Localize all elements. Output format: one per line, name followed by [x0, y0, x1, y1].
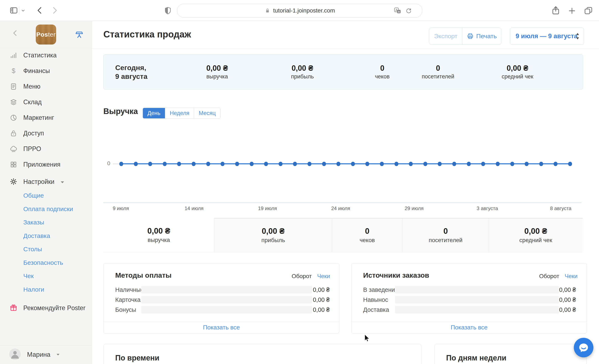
layers-icon	[9, 98, 18, 106]
chart-point	[423, 162, 427, 166]
chevron-down-icon[interactable]	[21, 8, 25, 13]
sidebar-subitem-subscription[interactable]: Оплата подписки	[0, 202, 91, 216]
x-tick: 14 июля	[185, 205, 203, 211]
sidebar-subitem-taxes[interactable]: Налоги	[0, 283, 91, 296]
printer-icon	[467, 33, 474, 40]
poster-logo[interactable]: Poster	[36, 25, 56, 44]
toggle-receipts[interactable]: Чеки	[317, 273, 330, 280]
chart-point	[119, 162, 123, 166]
chart-point	[250, 162, 254, 166]
x-axis-line	[103, 203, 581, 203]
shield-icon[interactable]	[163, 6, 172, 15]
svg-text:a: a	[398, 10, 400, 13]
sidebar-subitem-tables[interactable]: Столы	[0, 242, 91, 256]
address-bar[interactable]: tutorial-1.joinposter.com Aa	[177, 4, 423, 18]
row-bar	[395, 286, 559, 293]
by-weekday-title: По дням недели	[446, 354, 506, 362]
forward-icon[interactable]	[50, 6, 59, 15]
tab-month[interactable]: Месяц	[194, 108, 220, 118]
sidebar-item-statistics[interactable]: Статистика	[0, 47, 91, 63]
sidebar-subitem-receipt[interactable]: Чек	[0, 269, 91, 283]
translate-icon[interactable]: Aa	[394, 7, 401, 15]
sidebar-item-finance[interactable]: $ Финансы	[0, 63, 91, 79]
sidebar-item-settings[interactable]: Настройки	[0, 174, 91, 189]
period-stat-avg-receipt[interactable]: 0,00 ₴средний чек	[489, 218, 582, 252]
period-stat-revenue[interactable]: 0,00 ₴выручка	[103, 218, 214, 252]
user-name: Марина	[27, 351, 50, 358]
payment-methods-card: Методы оплаты Оборот Чеки Наличные 0,00 …	[103, 263, 339, 333]
toggle-turnover[interactable]: Оборот	[539, 273, 559, 280]
chart-point	[409, 162, 413, 166]
sidebar-item-recommend[interactable]: Рекомендуйте Poster	[0, 300, 91, 315]
sidebar-toggle-icon[interactable]	[9, 6, 18, 15]
sidebar-item-marketing[interactable]: Маркетинг	[0, 110, 91, 125]
page-title: Статистика продаж	[103, 29, 191, 40]
order-sources-title: Источники заказов	[363, 271, 429, 279]
cloud-icon	[9, 145, 18, 153]
date-range-select[interactable]: 9 июля — 9 августа	[510, 28, 584, 45]
stepper-icon	[575, 32, 581, 40]
chart-point	[192, 162, 196, 166]
row-value: 0,00 ₴	[559, 296, 576, 303]
period-stats-row: 0,00 ₴выручка 0,00 ₴прибыль 0чеков 0посе…	[103, 218, 582, 252]
tab-day[interactable]: День	[143, 108, 165, 118]
chart-point	[148, 162, 152, 166]
period-stat-visitors[interactable]: 0посетителей	[402, 218, 489, 252]
print-button[interactable]: Печать	[462, 28, 501, 44]
chart-series-line	[121, 163, 570, 164]
sidebar-item-applications[interactable]: Приложения	[0, 157, 91, 172]
chart-point	[467, 162, 471, 166]
show-all-link[interactable]: Показать все	[451, 324, 487, 331]
sidebar: Poster Статистика $ Финансы Меню Склад М…	[0, 21, 92, 364]
sidebar-item-menu[interactable]: Меню	[0, 79, 91, 94]
lock-icon	[264, 8, 271, 14]
toggle-receipts[interactable]: Чеки	[565, 273, 578, 280]
tab-week[interactable]: Неделя	[165, 108, 194, 118]
logo-text-light: ter	[48, 31, 56, 38]
toggle-turnover[interactable]: Оборот	[291, 273, 312, 280]
revenue-period-tabs: День Неделя Месяц	[143, 108, 220, 119]
chart-point	[539, 162, 543, 166]
chart-point	[177, 162, 181, 166]
row-label: Наличные	[115, 286, 144, 293]
row-bar	[395, 296, 559, 303]
collapse-sidebar-icon[interactable]	[11, 29, 19, 37]
user-menu[interactable]: Марина	[0, 345, 91, 364]
terminal-icon[interactable]	[75, 30, 84, 39]
chart-point	[380, 162, 384, 166]
sidebar-item-inventory[interactable]: Склад	[0, 94, 91, 110]
back-icon[interactable]	[35, 6, 44, 15]
export-button[interactable]: Экспорт	[429, 28, 462, 44]
user-caret-icon	[57, 354, 60, 355]
chat-widget-button[interactable]	[574, 338, 593, 357]
tab-overview-icon[interactable]	[584, 6, 593, 15]
chart-point	[322, 162, 326, 166]
sidebar-subitem-general[interactable]: Общие	[0, 189, 91, 202]
sidebar-subitem-security[interactable]: Безопасность	[0, 256, 91, 270]
new-tab-icon[interactable]	[567, 6, 577, 15]
period-stat-receipts[interactable]: 0чеков	[332, 218, 402, 252]
reload-icon[interactable]	[405, 7, 412, 14]
sidebar-item-access[interactable]: Доступ	[0, 125, 91, 141]
sidebar-subitem-delivery[interactable]: Доставка	[0, 229, 91, 243]
row-label: Бонусы	[115, 306, 136, 313]
today-summary-card: Сегодня, 9 августа 0,00 ₴выручка 0,00 ₴п…	[103, 54, 583, 89]
sidebar-subitem-orders[interactable]: Заказы	[0, 216, 91, 229]
today-stat-profit: 0,00 ₴прибыль	[291, 55, 314, 89]
logo-text-bold: Pos	[36, 31, 48, 38]
chart-point	[279, 162, 282, 166]
show-all-link[interactable]: Показать все	[203, 324, 240, 331]
chart-point	[206, 162, 210, 166]
today-stat-revenue: 0,00 ₴выручка	[206, 55, 228, 89]
chart-point	[554, 162, 558, 166]
chart-point	[496, 162, 500, 166]
period-stat-profit[interactable]: 0,00 ₴прибыль	[214, 218, 332, 252]
x-tick: 8 августа	[550, 205, 572, 211]
sidebar-item-prro[interactable]: ПРРО	[0, 141, 91, 157]
share-icon[interactable]	[551, 5, 561, 15]
chart-point	[525, 162, 529, 166]
x-tick: 3 августа	[477, 205, 498, 211]
document-icon	[9, 83, 18, 90]
chart-point	[568, 162, 572, 166]
row-label: Карточка	[115, 296, 141, 303]
